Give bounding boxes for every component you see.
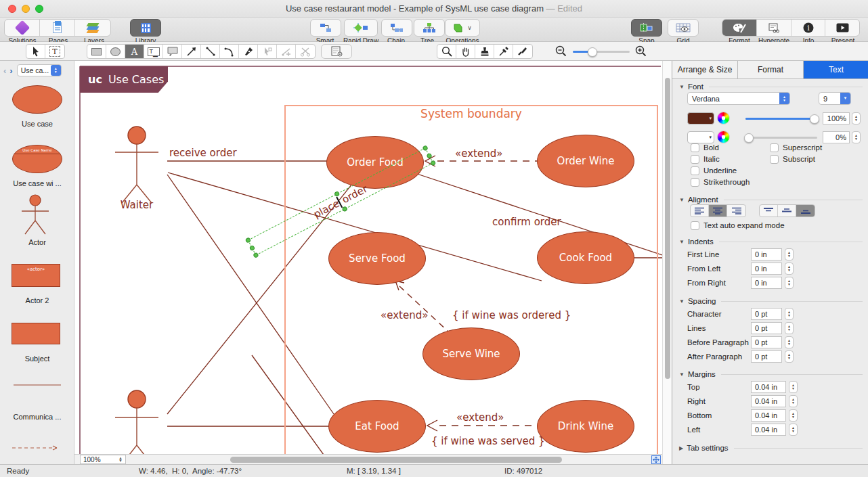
pen-tool[interactable]: [239, 45, 258, 58]
lines-field[interactable]: 0 pt: [751, 322, 782, 334]
font-color-swatch[interactable]: ▾: [687, 112, 714, 124]
bold-checkbox[interactable]: [691, 143, 699, 152]
pan-tool[interactable]: [456, 45, 475, 58]
ellipse-tool[interactable]: [106, 45, 125, 58]
indents-section-header[interactable]: ▼ Indents: [679, 237, 863, 246]
font-size-select[interactable]: 9 ▼: [819, 92, 851, 105]
stencil-use-case[interactable]: [12, 85, 62, 114]
pointer-tool[interactable]: [26, 45, 45, 58]
tab-arrange-size[interactable]: Arrange & Size: [672, 61, 738, 78]
opacity1-field[interactable]: 100%: [823, 112, 850, 124]
vertical-scrollbar-thumb[interactable]: [665, 78, 670, 379]
rapid-draw-button[interactable]: [344, 19, 378, 37]
stencil-use-case-with-name[interactable]: Use Case Name: [12, 145, 62, 173]
character-stepper[interactable]: ▲▼: [785, 308, 794, 320]
stencil-actor2[interactable]: «actor»: [12, 264, 60, 287]
node-serve-wine[interactable]: Serve Wine: [422, 327, 520, 380]
node-serve-food[interactable]: Serve Food: [328, 232, 426, 285]
vertical-scrollbar[interactable]: [662, 61, 672, 464]
node-eat-food[interactable]: Eat Food: [328, 400, 426, 453]
library-button[interactable]: [130, 19, 161, 37]
library-select[interactable]: Use ca... ▲▼: [17, 64, 62, 76]
first-line-stepper[interactable]: ▲▼: [785, 248, 794, 260]
curve-tool[interactable]: [220, 45, 239, 58]
tab-settings-section-header[interactable]: ▶ Tab settings: [679, 444, 863, 452]
margin-left-stepper[interactable]: ▲▼: [789, 424, 798, 436]
before-paragraph-field[interactable]: 0 pt: [751, 336, 782, 348]
reshape-tool[interactable]: [258, 45, 277, 58]
from-left-field[interactable]: 0 in: [751, 263, 782, 275]
diagram-canvas[interactable]: System boundary uc Use Cases Waiter Orde…: [74, 61, 662, 464]
text-tool[interactable]: A: [125, 45, 144, 58]
opacity1-stepper[interactable]: ▲▼: [852, 112, 861, 124]
format-button[interactable]: [722, 20, 757, 36]
tree-button[interactable]: [414, 19, 445, 37]
italic-checkbox[interactable]: [691, 155, 699, 164]
from-left-stepper[interactable]: ▲▼: [785, 263, 794, 275]
zoom-in-button[interactable]: [635, 45, 647, 60]
opacity-slider-2[interactable]: [745, 137, 817, 139]
layers-button[interactable]: [75, 20, 110, 36]
strikethrough-checkbox[interactable]: [691, 178, 699, 187]
margin-top-stepper[interactable]: ▲▼: [789, 381, 798, 393]
valign-middle-button[interactable]: [778, 205, 796, 217]
add-anchor-tool[interactable]: [277, 45, 296, 58]
zoom-out-button[interactable]: [555, 45, 567, 60]
valign-top-button[interactable]: [760, 205, 778, 217]
margin-right-field[interactable]: 0.04 in: [751, 395, 786, 407]
line-tool[interactable]: [201, 45, 220, 58]
info-button[interactable]: i: [791, 20, 825, 36]
stencil-actor-figure[interactable]: [17, 194, 58, 237]
margin-bottom-stepper[interactable]: ▲▼: [789, 409, 798, 422]
font-bg-color-swatch[interactable]: ▾: [687, 131, 714, 143]
opacity2-stepper[interactable]: ▲▼: [852, 131, 861, 143]
margin-bottom-field[interactable]: 0.04 in: [751, 409, 786, 422]
font-bg-color-wheel-button[interactable]: [717, 131, 730, 143]
hypernote-button[interactable]: [757, 20, 791, 36]
superscript-checkbox[interactable]: [770, 143, 779, 152]
stamp-tool[interactable]: [475, 45, 494, 58]
horizontal-scrollbar[interactable]: [230, 457, 651, 463]
page-settings-button[interactable]: [321, 44, 352, 59]
spacing-section-header[interactable]: ▼ Spacing: [679, 297, 863, 305]
canvas-zoom-select[interactable]: 100% ▲▼: [80, 455, 126, 464]
stencil-subject[interactable]: [12, 323, 60, 344]
library-back-button[interactable]: ‹: [3, 66, 6, 76]
stencil-communication-line[interactable]: [12, 382, 62, 388]
opacity2-field[interactable]: 0%: [823, 131, 850, 143]
smart-button[interactable]: [310, 19, 341, 37]
present-button[interactable]: [825, 20, 859, 36]
align-right-button[interactable]: [727, 205, 745, 217]
align-center-button[interactable]: [709, 205, 727, 217]
tab-text[interactable]: Text: [804, 61, 868, 78]
rectangle-tool[interactable]: [87, 45, 106, 58]
valign-bottom-button[interactable]: [796, 205, 815, 217]
pan-indicator-icon[interactable]: [651, 455, 661, 464]
after-paragraph-field[interactable]: 0 pt: [751, 350, 782, 363]
character-field[interactable]: 0 pt: [751, 308, 782, 320]
lines-stepper[interactable]: ▲▼: [785, 322, 794, 334]
font-section-header[interactable]: ▼ Font: [679, 83, 863, 91]
margin-left-field[interactable]: 0.04 in: [751, 424, 786, 436]
zoom-slider[interactable]: [573, 51, 630, 53]
subscript-checkbox[interactable]: [770, 155, 779, 164]
font-family-select[interactable]: Verdana ▲▼: [687, 92, 790, 105]
node-drink-wine[interactable]: Drink Wine: [537, 400, 634, 453]
node-cook-food[interactable]: Cook Food: [537, 231, 634, 284]
operations-button[interactable]: ∨: [445, 19, 480, 37]
text-auto-expand-checkbox[interactable]: [691, 221, 699, 230]
from-right-stepper[interactable]: ▲▼: [785, 277, 794, 289]
grid-button[interactable]: [668, 19, 699, 37]
font-color-wheel-button[interactable]: [717, 112, 730, 124]
aligment-section-header[interactable]: ▼ Aligment: [679, 196, 863, 204]
chain-button[interactable]: [381, 19, 412, 37]
snap-button[interactable]: [631, 19, 662, 37]
split-tool[interactable]: [296, 45, 315, 58]
magnify-tool[interactable]: [437, 45, 456, 58]
margin-top-field[interactable]: 0.04 in: [751, 381, 786, 393]
align-left-button[interactable]: [691, 205, 709, 217]
underline-checkbox[interactable]: [691, 166, 699, 175]
library-forward-button[interactable]: ›: [9, 66, 12, 76]
solutions-button[interactable]: [5, 20, 40, 36]
tab-format[interactable]: Format: [738, 61, 804, 78]
